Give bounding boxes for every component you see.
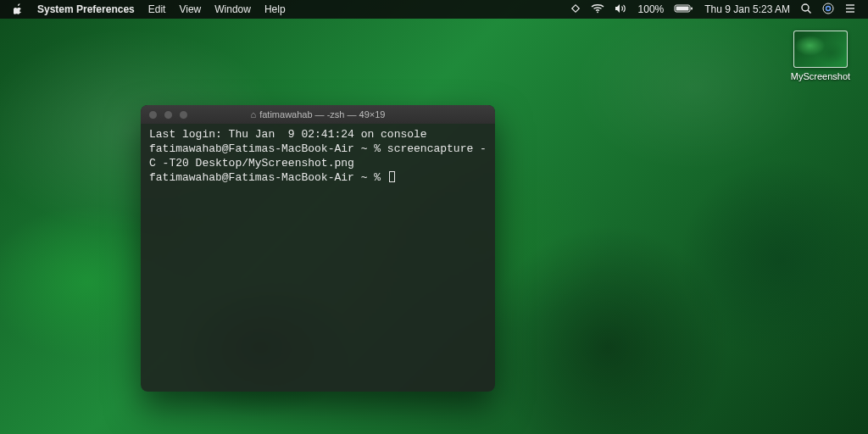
terminal-line-3: fatimawahab@Fatimas-MacBook-Air ~ % (149, 171, 387, 184)
svg-point-7 (823, 3, 833, 14)
apple-menu-icon[interactable] (7, 0, 31, 19)
window-titlebar[interactable]: ⌂fatimawahab — -zsh — 49×19 (141, 105, 495, 124)
app-menu[interactable]: System Preferences (31, 0, 142, 19)
window-title-text: fatimawahab — -zsh — 49×19 (259, 109, 385, 120)
file-label: MyScreenshot (790, 71, 851, 81)
terminal-window[interactable]: ⌂fatimawahab — -zsh — 49×19 Last login: … (141, 105, 495, 392)
file-thumbnail (793, 31, 848, 68)
desktop: System Preferences Edit View Window Help… (0, 0, 868, 434)
minimize-icon[interactable] (164, 110, 173, 120)
svg-point-5 (802, 4, 809, 11)
menu-help[interactable]: Help (258, 0, 292, 19)
close-icon[interactable] (148, 110, 158, 120)
status-diamond-icon[interactable] (565, 3, 586, 16)
menu-clock[interactable]: Thu 9 Jan 5:23 AM (699, 3, 795, 15)
volume-icon[interactable] (609, 3, 633, 16)
spotlight-icon[interactable] (795, 3, 817, 17)
terminal-cursor (389, 171, 395, 182)
home-icon: ⌂ (251, 109, 257, 120)
svg-point-8 (826, 6, 831, 10)
notification-center-icon[interactable] (839, 3, 861, 16)
menu-bar: System Preferences Edit View Window Help… (0, 0, 868, 19)
terminal-line-1: Last login: Thu Jan 9 02:41:24 on consol… (149, 128, 427, 141)
menu-edit[interactable]: Edit (142, 0, 173, 19)
siri-icon[interactable] (817, 3, 839, 17)
svg-rect-4 (691, 7, 693, 9)
svg-point-1 (597, 11, 598, 13)
window-title: ⌂fatimawahab — -zsh — 49×19 (141, 109, 495, 120)
battery-icon[interactable] (669, 3, 699, 16)
terminal-line-2: fatimawahab@Fatimas-MacBook-Air ~ % scre… (149, 142, 487, 170)
terminal-body[interactable]: Last login: Thu Jan 9 02:41:24 on consol… (141, 124, 495, 392)
svg-rect-3 (676, 6, 689, 10)
zoom-icon[interactable] (179, 110, 188, 120)
desktop-file-my-screenshot[interactable]: MyScreenshot (790, 31, 851, 81)
svg-line-6 (808, 10, 811, 14)
menu-window[interactable]: Window (208, 0, 258, 19)
svg-rect-0 (571, 4, 578, 11)
wifi-icon[interactable] (586, 3, 609, 16)
battery-percent: 100% (633, 3, 670, 15)
menu-view[interactable]: View (172, 0, 208, 19)
